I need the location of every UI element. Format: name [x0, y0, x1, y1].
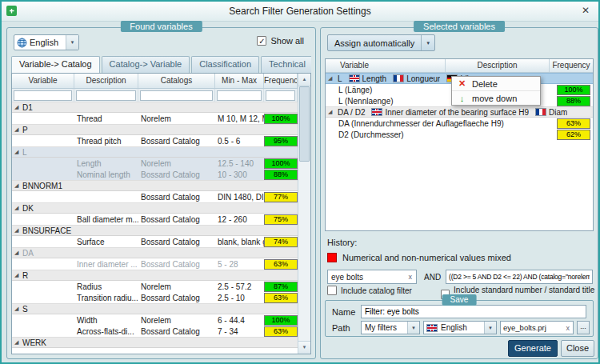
column-filter-input[interactable] — [266, 90, 295, 101]
chevron-down-icon[interactable]: ▼ — [407, 322, 419, 334]
group-row[interactable]: ◢P — [12, 124, 298, 135]
group-row[interactable]: ◢DA / D2Inner diameter of the bearing su… — [326, 106, 593, 118]
remove-term-icon[interactable]: x — [405, 273, 417, 281]
window-close-button[interactable]: ✕ — [575, 4, 596, 18]
column-header-catalogs[interactable]: Catalogs — [138, 74, 215, 88]
remove-file-icon[interactable]: x — [563, 324, 574, 332]
expander-icon[interactable]: ◢ — [14, 149, 22, 155]
group-row[interactable]: ◢D1 — [12, 102, 298, 113]
expander-icon[interactable]: ◢ — [328, 109, 336, 115]
filter-name-input[interactable] — [361, 305, 586, 318]
title-bar[interactable]: Search Filter Generation Settings ✕ — [2, 2, 598, 22]
tab-variable-catalog[interactable]: Variable-> Catalog — [11, 56, 100, 73]
save-language-select[interactable]: English ▼ — [423, 321, 497, 334]
table-row[interactable]: RadiusNorelem2.5 - 57.287% — [12, 281, 298, 292]
browse-button[interactable]: ... — [577, 321, 590, 334]
column-header-variable[interactable]: Variable — [326, 59, 446, 72]
group-row[interactable]: ◢L — [12, 146, 298, 158]
project-file-chip[interactable]: eye_bolts.prj x — [500, 321, 574, 334]
expander-icon[interactable]: ◢ — [14, 339, 22, 346]
table-row[interactable]: Ball diameter m...Bossard Catalog12 - 26… — [12, 214, 298, 225]
expander-icon[interactable]: ◢ — [14, 126, 22, 133]
column-filter-input[interactable] — [76, 90, 136, 101]
group-row[interactable]: ◢WERK — [12, 337, 298, 348]
tab-classification[interactable]: Classification — [191, 56, 259, 73]
move-down-icon: ↓ — [458, 94, 466, 103]
close-button[interactable]: Close — [561, 340, 594, 357]
frequency-badge: 63% — [264, 293, 298, 303]
show-all-checkbox[interactable]: ✓ Show all — [257, 36, 304, 46]
scroll-down-button[interactable]: ▼ — [298, 341, 310, 354]
column-header-min-max[interactable]: Min - Max — [215, 74, 264, 88]
table-row[interactable]: Bossard CatalogDIN 1480, DIN ...77% — [12, 191, 298, 202]
table-row[interactable]: Across-flats-di...Bossard Catalog7 - 346… — [12, 326, 298, 337]
table-row[interactable]: D2 (Durchmesser)62% — [326, 129, 593, 140]
expander-icon[interactable]: ◢ — [14, 104, 22, 110]
tab-technical[interactable]: Technical — [261, 56, 311, 73]
search-term-chip[interactable]: eye bolts x — [327, 270, 417, 284]
scrollbar-thumb[interactable] — [299, 86, 310, 162]
description-part: Inner diameter of the bearing surface H9 — [371, 108, 529, 117]
tab-catalog-variable[interactable]: Catalog-> Variable — [102, 56, 190, 73]
variable-name: L — [338, 74, 342, 83]
cell: Thread — [74, 114, 138, 123]
table-body: ◢D1ThreadNorelemM 10, M 12, M...100%◢PTh… — [12, 102, 298, 354]
language-select[interactable]: English ▼ — [14, 34, 79, 50]
group-row[interactable]: ◢DA — [12, 247, 298, 258]
table-row[interactable]: Transition radiu...Bossard Catalog2.5 - … — [12, 292, 298, 303]
expander-icon[interactable]: ◢ — [14, 306, 22, 312]
chevron-down-icon[interactable]: ▼ — [484, 322, 496, 334]
group-label: L — [22, 148, 27, 157]
column-header-variable[interactable]: Variable — [12, 74, 74, 88]
column-filter-input[interactable] — [140, 90, 213, 101]
expander-icon[interactable]: ◢ — [14, 250, 22, 256]
path-select[interactable]: My filters ▼ — [361, 321, 420, 334]
generate-button[interactable]: Generate — [508, 340, 558, 357]
cell: 5 - 28 — [215, 260, 264, 269]
column-filter-input[interactable] — [14, 90, 72, 101]
chevron-down-icon[interactable]: ▼ — [66, 35, 78, 50]
assign-automatically-button[interactable]: Assign automatically ▼ — [327, 34, 435, 51]
group-label: D1 — [22, 103, 33, 112]
cell: 10 - 300 — [215, 170, 264, 179]
expander-icon[interactable]: ◢ — [14, 227, 22, 234]
expander-icon[interactable]: ◢ — [14, 272, 22, 278]
vertical-scrollbar[interactable]: ▲ ▼ — [298, 74, 310, 354]
table-row[interactable]: Thread pitchBossard Catalog0.5 - 695% — [12, 135, 298, 146]
group-row[interactable]: ◢DK — [12, 202, 298, 214]
menu-item-move-down[interactable]: ↓move down — [452, 90, 540, 105]
group-row[interactable]: ◢S — [12, 303, 298, 314]
table-row[interactable]: WidthNorelem6 - 44.4100% — [12, 314, 298, 326]
group-row[interactable]: ◢R — [12, 270, 298, 281]
expander-icon[interactable]: ◢ — [328, 75, 336, 82]
table-row[interactable]: SurfaceBossard Catalogblank, blank g...7… — [12, 236, 298, 247]
column-filter-input[interactable] — [217, 90, 262, 101]
variable-name: L (Nennlaenge) — [338, 97, 394, 106]
chevron-down-icon[interactable]: ▼ — [421, 35, 434, 50]
filter-expression-input[interactable] — [446, 270, 593, 284]
uk-flag-icon — [426, 324, 438, 332]
menu-item-delete[interactable]: ✕Delete — [452, 77, 540, 90]
cell: 100% — [264, 158, 298, 169]
group-row[interactable]: ◢BNNORM1 — [12, 180, 298, 191]
table-row[interactable]: DA (Innendurchmesser der Auflageflaeche … — [326, 118, 593, 129]
cell: 2.5 - 10 — [215, 294, 264, 302]
column-header-description[interactable]: Description — [446, 59, 550, 72]
scroll-up-button[interactable]: ▲ — [298, 74, 310, 86]
context-menu: ✕Delete↓move down — [451, 76, 541, 106]
cell: Across-flats-di... — [74, 327, 138, 336]
column-header-frequency[interactable]: Frequency — [264, 74, 298, 88]
column-header-frequency[interactable]: Frequency — [550, 59, 593, 72]
column-header-description[interactable]: Description — [74, 74, 138, 88]
table-row[interactable]: Nominal lengthBossard Catalog10 - 30088% — [12, 169, 298, 180]
cell: Bossard Catalog — [138, 215, 215, 224]
table-row[interactable]: Inner diameter ...Bossard Catalog5 - 286… — [12, 258, 298, 270]
expander-icon[interactable]: ◢ — [14, 182, 22, 189]
fr-flag-icon — [535, 108, 546, 116]
group-row[interactable]: ◢BNSURFACE — [12, 225, 298, 236]
include-catalog-filter-checkbox[interactable]: Include catalog filter — [327, 286, 412, 295]
table-row[interactable]: LengthNorelem12.5 - 140100% — [12, 158, 298, 169]
table-row[interactable]: ThreadNorelemM 10, M 12, M...100% — [12, 113, 298, 124]
expander-icon[interactable]: ◢ — [14, 205, 22, 211]
cell: Radius — [74, 282, 138, 291]
